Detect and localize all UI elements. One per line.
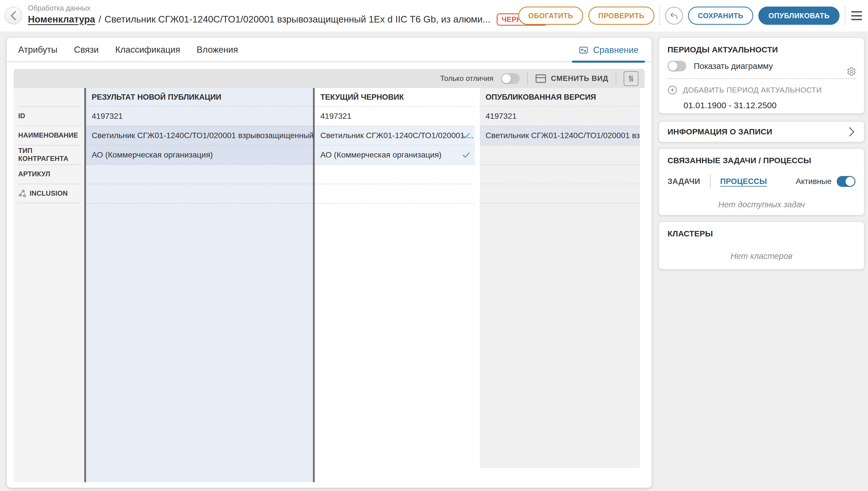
enrich-button[interactable]: ОБОГАТИТЬ [518, 6, 583, 25]
cell-counterparty-type[interactable] [480, 145, 640, 164]
selected-check-icon [461, 131, 471, 140]
cell-inclusion[interactable] [315, 184, 475, 203]
cell-name[interactable]: Светильник СГЖ01-1240С/ТО1/020001 взрыво… [86, 125, 313, 145]
tab-compare[interactable]: Сравнение [575, 38, 641, 62]
validity-period-value[interactable]: 01.01.1900 - 31.12.2500 [684, 100, 856, 110]
tab-attributes[interactable]: Атрибуты [18, 45, 58, 55]
dashed-divider [667, 78, 856, 79]
only-diffs-label: Только отличия [440, 74, 493, 83]
column-gap [475, 88, 480, 482]
back-button[interactable] [5, 7, 22, 25]
tab-attachments[interactable]: Вложения [197, 45, 238, 55]
column-empty-area [480, 203, 640, 468]
cell-counterparty-type[interactable]: АО (Коммерческая организация) [315, 145, 475, 164]
actions-divider [660, 5, 660, 26]
tasks-divider [710, 174, 711, 189]
verify-button[interactable]: ПРОВЕРИТЬ [588, 6, 654, 25]
validity-periods-panel: ПЕРИОДЫ АКТУАЛЬНОСТИ Показать диаграмму … [658, 37, 865, 114]
actions-divider [845, 5, 845, 26]
change-view-button[interactable]: СМЕНИТЬ ВИД [535, 74, 608, 83]
inclusion-relation-icon [18, 189, 27, 198]
cell-counterparty-type[interactable]: АО (Коммерческая организация) [86, 145, 313, 164]
compare-icon [578, 45, 589, 55]
row-labels-column: ID НАИМЕНОВАНИЕ ТИП КОНТРАГЕНТА АРТИКУЛ … [14, 88, 84, 482]
cell-id[interactable]: 4197321 [315, 106, 475, 125]
cell-name[interactable]: Светильник СГЖ01-1240С/ТО1/020001 взр... [480, 125, 640, 145]
plus-circle-icon [667, 85, 677, 95]
show-diagram-toggle[interactable] [667, 61, 686, 71]
entity-link[interactable]: Номенклатура [28, 14, 95, 25]
undo-icon [669, 11, 679, 21]
row-label-name: НАИМЕНОВАНИЕ [14, 125, 84, 145]
active-label: Активные [796, 177, 832, 186]
clusters-panel: КЛАСТЕРЫ Нет кластеров [658, 221, 865, 270]
publish-button[interactable]: ОПУБЛИКОВАТЬ [758, 6, 840, 25]
no-tasks-message: Нет доступных задач [667, 200, 856, 209]
show-diagram-label: Показать диаграмму [694, 61, 773, 71]
sidebar: ПЕРИОДЫ АКТУАЛЬНОСТИ Показать диаграмму … [658, 37, 865, 270]
layout-icon [535, 74, 546, 83]
tab-classification[interactable]: Классификация [115, 45, 180, 55]
processes-tab[interactable]: ПРОЦЕССЫ [720, 177, 767, 186]
panel-title: ИНФОРМАЦИЯ О ЗАПИСИ [667, 127, 772, 137]
toggle-knob [502, 74, 511, 83]
tab-compare-label: Сравнение [593, 45, 638, 55]
toggle-knob [845, 177, 855, 186]
column-empty-area [86, 203, 313, 482]
save-button[interactable]: СОХРАНИТЬ [688, 6, 753, 25]
screen: Обработка данных Номенклатура / Светильн… [0, 0, 868, 491]
record-card: Атрибуты Связи Классификация Вложения Ср… [6, 37, 652, 488]
cell-name-text: Светильник СГЖ01-1240С/ТО1/020001 ... [320, 131, 473, 140]
panel-title: КЛАСТЕРЫ [667, 229, 856, 238]
add-validity-period-label: ДОБАВИТЬ ПЕРИОД АКТУАЛЬНОСТИ [683, 86, 822, 94]
column-empty-area [315, 203, 475, 482]
comparison-table: ID НАИМЕНОВАНИЕ ТИП КОНТРАГЕНТА АРТИКУЛ … [14, 88, 645, 482]
cell-article[interactable] [86, 164, 313, 184]
chevron-left-icon [10, 10, 17, 21]
column-settings-button[interactable] [624, 71, 638, 86]
tasks-tab[interactable]: ЗАДАЧИ [667, 177, 700, 186]
panel-title: ПЕРИОДЫ АКТУАЛЬНОСТИ [667, 45, 856, 54]
column-header: ОПУБЛИКОВАННАЯ ВЕРСИЯ [480, 88, 640, 106]
header-actions: ОБОГАТИТЬ ПРОВЕРИТЬ СОХРАНИТЬ ОПУБЛИКОВА… [518, 6, 863, 25]
active-toggle[interactable] [837, 176, 856, 187]
cell-name[interactable]: Светильник СГЖ01-1240С/ТО1/020001 ... [315, 125, 475, 145]
row-labels-header [14, 88, 84, 106]
toolbar-divider [616, 73, 616, 85]
no-clusters-message: Нет кластеров [667, 252, 856, 261]
cell-article[interactable] [315, 164, 475, 184]
column-new-publication: РЕЗУЛЬТАТ НОВОЙ ПУБЛИКАЦИИ 4197321 Свети… [86, 88, 313, 482]
breadcrumb: Обработка данных [28, 4, 91, 12]
row-label-inclusion: INCLUSION [14, 184, 84, 203]
gear-icon[interactable] [847, 67, 856, 76]
undo-button[interactable] [665, 7, 683, 25]
column-published: ОПУБЛИКОВАННАЯ ВЕРСИЯ 4197321 Светильник… [480, 88, 640, 468]
tab-relations[interactable]: Связи [74, 45, 99, 55]
column-header: РЕЗУЛЬТАТ НОВОЙ ПУБЛИКАЦИИ [86, 88, 313, 106]
cell-inclusion[interactable] [86, 184, 313, 203]
row-label-id: ID [14, 106, 84, 125]
toolbar-divider [527, 73, 528, 85]
record-tabs: Атрибуты Связи Классификация Вложения Ср… [7, 38, 652, 62]
cell-article[interactable] [480, 164, 640, 184]
menu-button[interactable] [850, 10, 863, 21]
chevron-right-icon [848, 127, 856, 137]
title-separator: / [98, 14, 101, 25]
compare-toolbar: Только отличия СМЕНИТЬ ВИД [14, 69, 645, 88]
record-info-panel[interactable]: ИНФОРМАЦИЯ О ЗАПИСИ [658, 121, 865, 142]
toggle-knob [668, 61, 678, 70]
only-diffs-toggle[interactable] [501, 73, 520, 84]
record-title: Светильник СГЖ01-1240С/ТО1/020001 взрыво… [104, 14, 490, 25]
panel-title: СВЯЗАННЫЕ ЗАДАЧИ / ПРОЦЕССЫ [667, 156, 856, 165]
column-header: ТЕКУЩИЙ ЧЕРНОВИК [315, 88, 475, 106]
cell-id[interactable]: 4197321 [480, 106, 640, 125]
selected-check-icon [461, 150, 471, 160]
sliders-icon [627, 74, 635, 83]
add-validity-period-button[interactable]: ДОБАВИТЬ ПЕРИОД АКТУАЛЬНОСТИ [667, 85, 856, 95]
page-title: Номенклатура / Светильник СГЖ01-1240С/ТО… [28, 13, 564, 26]
cell-inclusion[interactable] [480, 184, 640, 203]
top-header: Обработка данных Номенклатура / Светильн… [0, 0, 868, 32]
change-view-label: СМЕНИТЬ ВИД [551, 74, 608, 83]
cell-id[interactable]: 4197321 [86, 106, 313, 125]
column-current-draft: ТЕКУЩИЙ ЧЕРНОВИК 4197321 Светильник СГЖ0… [315, 88, 475, 482]
